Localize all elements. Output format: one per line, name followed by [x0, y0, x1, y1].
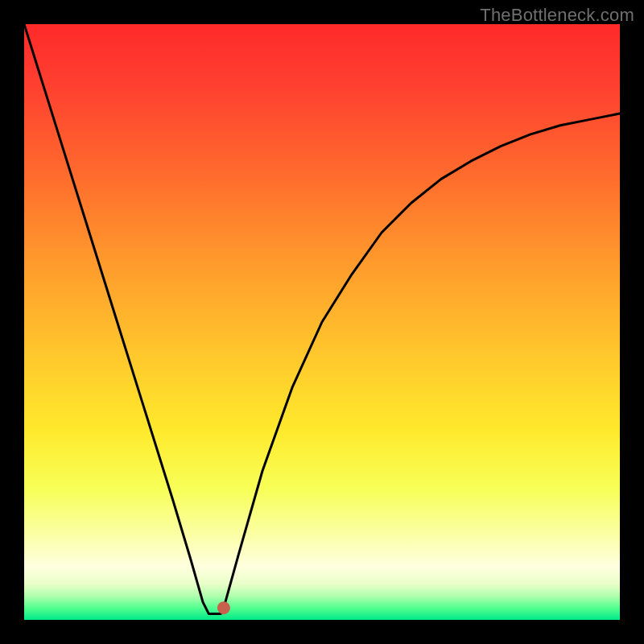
chart-frame: TheBottleneck.com: [0, 0, 644, 644]
curve-layer: [24, 24, 620, 620]
watermark-text: TheBottleneck.com: [480, 5, 634, 26]
bottleneck-curve: [24, 24, 620, 614]
plot-area: [24, 24, 620, 620]
optimum-marker: [217, 601, 230, 614]
